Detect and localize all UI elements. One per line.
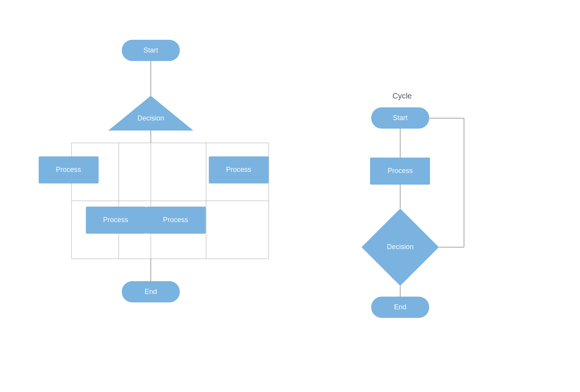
decision-node-1[interactable] — [108, 96, 193, 131]
process-right-label-1: Process — [226, 166, 251, 173]
decision-label-2: Decision — [387, 243, 413, 251]
start-label-2: Start — [393, 114, 408, 122]
decision-label-1: Decision — [137, 114, 164, 122]
process-label-2: Process — [387, 167, 413, 175]
process-left-label-1: Process — [56, 166, 81, 173]
start-label-1: Start — [143, 46, 158, 54]
diagram-container: Start Decision Process — [0, 0, 580, 392]
process-cr-label-1: Process — [163, 216, 188, 224]
end-label-2: End — [394, 303, 406, 311]
cycle-title: Cycle — [392, 92, 412, 100]
end-label-1: End — [145, 288, 157, 295]
process-cl-label-1: Process — [103, 216, 128, 224]
